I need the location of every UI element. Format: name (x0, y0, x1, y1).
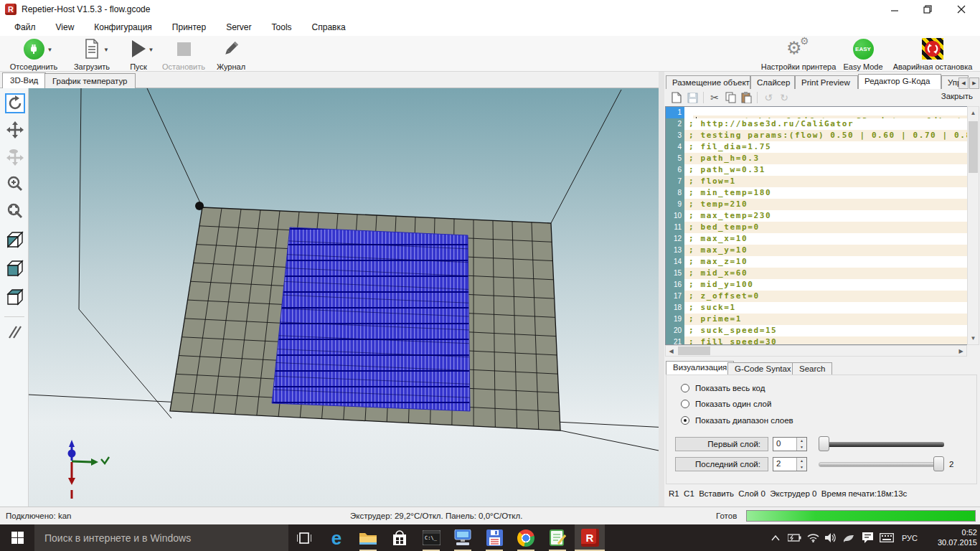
gcode-line[interactable]: 13; max_y=10 (666, 245, 967, 256)
vscroll-thumb[interactable] (969, 121, 978, 173)
gcode-line[interactable]: 14; max_z=10 (666, 256, 967, 268)
panel-splitter[interactable] (659, 72, 664, 507)
slider-thumb[interactable] (933, 456, 944, 471)
tab-scroll-left-icon[interactable]: ◀ (958, 77, 969, 89)
first-layer-stepper[interactable]: ▲▼ (796, 438, 806, 451)
tab-3d-view[interactable]: 3D-Вид (2, 72, 46, 88)
gcode-text[interactable]: ; flow=1 (684, 176, 967, 187)
gcode-line[interactable]: 9; temp=210 (666, 199, 967, 210)
tray-battery[interactable] (785, 524, 804, 551)
gcode-line[interactable]: 5; path_h=0.3 (666, 153, 967, 164)
gcode-text[interactable]: ; z_offset=0 (684, 291, 967, 302)
menu-server[interactable]: Server (216, 19, 261, 36)
gcode-text[interactable]: ; bed_temp=0 (684, 222, 967, 233)
scroll-right-icon[interactable]: ▶ (956, 346, 966, 357)
tab-temp-graph[interactable]: График температур (44, 73, 136, 88)
taskbar-cmd-button[interactable]: C:\_ (417, 524, 446, 551)
first-layer-button[interactable]: Первый слой: (675, 437, 768, 451)
emergency-stop-button[interactable]: Аварийная остановка (888, 38, 977, 71)
gcode-line[interactable]: 19; prime=1 (666, 314, 967, 325)
gcode-line[interactable]: 10; max_temp=230 (666, 210, 967, 222)
last-layer-stepper[interactable]: ▲▼ (796, 458, 806, 471)
tab-slicer[interactable]: Слайсер (750, 75, 795, 89)
menu-config[interactable]: Конфигурация (84, 19, 162, 36)
tray-touch-keyboard[interactable] (877, 524, 897, 551)
scroll-down-icon[interactable]: ▼ (968, 333, 979, 344)
tray-volume[interactable] (821, 524, 839, 551)
slider-track[interactable] (819, 462, 944, 467)
gcode-line[interactable]: 8; min_temp=180 (666, 187, 967, 199)
top-view-tool[interactable] (5, 287, 25, 307)
gcode-text[interactable]: ; path_h=0.3 (684, 153, 967, 164)
viewport-3d[interactable] (0, 88, 659, 507)
menu-view[interactable]: View (46, 19, 85, 36)
move-view-tool[interactable] (5, 120, 25, 140)
gcode-line[interactable]: 11; bed_temp=0 (666, 222, 967, 233)
gcode-text[interactable]: ; suck_speed=15 (684, 325, 967, 336)
gcode-text[interactable]: ; min_temp=180 (684, 187, 967, 199)
first-layer-value[interactable]: 0 (773, 438, 796, 451)
hscroll-thumb[interactable] (678, 347, 710, 355)
spin-up-icon[interactable]: ▲ (797, 438, 806, 444)
easy-mode-button[interactable]: EASY Easy Mode (841, 38, 885, 71)
taskbar-save-app-button[interactable] (480, 524, 509, 551)
gcode-text[interactable]: ; max_temp=230 (684, 210, 967, 222)
tray-network[interactable] (804, 524, 822, 551)
close-button[interactable] (949, 0, 974, 19)
new-gcode-button[interactable] (669, 90, 684, 105)
taskbar-notepadpp-button[interactable] (543, 524, 572, 551)
disconnect-dropdown-icon[interactable]: ▼ (47, 47, 53, 53)
copy-button[interactable] (722, 90, 738, 105)
start-dropdown-icon[interactable]: ▼ (149, 47, 154, 53)
start-button[interactable] (0, 524, 34, 551)
gcode-line[interactable]: 2; http://base3d.ru/CaliGator (666, 118, 967, 130)
menu-tools[interactable]: Tools (262, 19, 302, 36)
gcode-text[interactable]: ; max_x=10 (684, 233, 967, 245)
tray-clock[interactable]: 0:52 30.07.2015 (925, 527, 977, 547)
last-layer-slider[interactable] (819, 456, 944, 472)
last-layer-value[interactable]: 2 (773, 458, 796, 471)
gcode-line[interactable]: 1; generated by CaliGator - 3Dprinter ca… (666, 107, 967, 118)
taskbar-explorer-button[interactable] (354, 524, 382, 551)
load-button[interactable]: ▼ Загрузить (69, 38, 115, 71)
first-layer-input[interactable]: 0 ▲▼ (773, 437, 807, 451)
rotate-view-tool[interactable] (5, 93, 25, 113)
gcode-text[interactable]: ; prime=1 (684, 314, 967, 325)
radio-show-layer-range[interactable]: Показать диапазон слоев (681, 415, 793, 426)
task-view-button[interactable] (288, 524, 320, 551)
gcode-text[interactable]: ; mid_y=100 (684, 279, 967, 291)
menu-printer[interactable]: Принтер (162, 19, 216, 36)
radio-show-all-code[interactable]: Показать весь код (681, 382, 765, 394)
gcode-line[interactable]: 18; suck=1 (666, 302, 967, 314)
gcode-text[interactable]: ; fil_dia=1.75 (684, 141, 967, 153)
gcode-text[interactable]: ; max_z=10 (684, 256, 967, 268)
gcode-line[interactable]: 4; fil_dia=1.75 (666, 141, 967, 153)
tab-object-placement[interactable]: Размещение объекта (666, 75, 750, 89)
minimize-button[interactable] (882, 0, 907, 19)
gcode-line[interactable]: 21; fill_speed=30 (666, 336, 967, 345)
load-dropdown-icon[interactable]: ▼ (103, 47, 109, 53)
scroll-up-icon[interactable]: ▲ (968, 108, 979, 118)
restore-button[interactable] (915, 0, 940, 19)
last-layer-button[interactable]: Последний слой: (675, 457, 768, 471)
last-layer-input[interactable]: 2 ▲▼ (773, 457, 807, 471)
start-button[interactable]: ▼ Пуск (121, 38, 156, 71)
taskbar-chrome-button[interactable] (512, 524, 540, 551)
tray-app[interactable] (839, 524, 858, 551)
taskbar-system-button[interactable] (448, 524, 477, 551)
spin-down-icon[interactable]: ▼ (797, 444, 806, 451)
slider-thumb[interactable] (819, 436, 829, 451)
gcode-text[interactable]: ; fill_speed=30 (684, 336, 967, 345)
gcode-line[interactable]: 17; z_offset=0 (666, 291, 967, 302)
taskbar-store-button[interactable] (385, 524, 414, 551)
zoom-fit-tool[interactable] (5, 201, 25, 221)
taskbar-edge-button[interactable]: e (322, 524, 351, 551)
log-button[interactable]: Журнал (211, 38, 251, 71)
menu-file[interactable]: Файл (4, 19, 46, 36)
spin-down-icon[interactable]: ▼ (797, 464, 806, 471)
tray-notifications[interactable] (858, 524, 877, 551)
gcode-line[interactable]: 15; mid_x=60 (666, 268, 967, 279)
tab-search[interactable]: Search (792, 362, 832, 375)
gcode-line[interactable]: 3; testing params:(flow) 0.50 | 0.60 | 0… (666, 130, 967, 141)
menu-help[interactable]: Справка (302, 19, 356, 36)
